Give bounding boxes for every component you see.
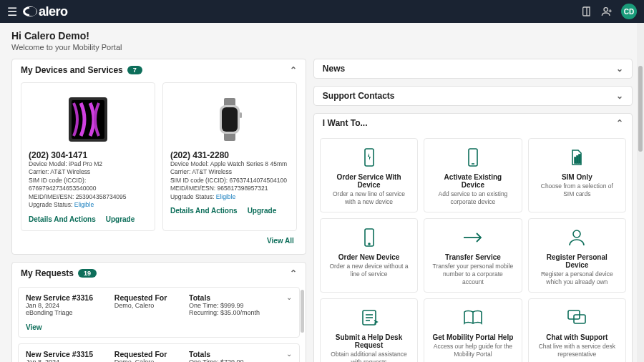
menu-icon[interactable]: ☰ [7, 5, 17, 19]
page-scrollbar-thumb[interactable] [638, 66, 643, 152]
request-status: eBonding Triage [26, 309, 110, 316]
logo-mark-icon [23, 6, 37, 16]
news-label: News [323, 64, 345, 74]
device-carrier: Carrier: AT&T Wireless [29, 168, 147, 176]
chat-icon [567, 309, 587, 326]
tile-title: Order Service With Device [328, 173, 410, 189]
device-carrier: Carrier: AT&T Wireless [170, 168, 289, 176]
device-model: Device Model: iPad Pro M2 [29, 160, 147, 168]
request-date: Jan 8, 2024 [26, 358, 110, 362]
tile-desc: Add service to an existing corporate dev… [431, 190, 514, 206]
upgrade-link[interactable]: Upgrade [248, 207, 277, 215]
tile-title: Get Mobility Portal Help [433, 333, 514, 341]
device-phone: (202) 431-2280 [170, 150, 289, 160]
totals-label: Totals [189, 350, 273, 358]
tile-activate-device[interactable]: Activate Existing Device Add service to … [424, 138, 522, 212]
totals-onetime: One Time: $729.00 [189, 358, 273, 362]
tile-desc: Transfer your personal mobile number to … [431, 263, 514, 286]
details-link[interactable]: Details And Actions [29, 215, 96, 223]
watch-icon [214, 98, 245, 141]
upgrade-link[interactable]: Upgrade [106, 215, 135, 223]
tile-order-service-device[interactable]: Order Service With Device Order a new li… [320, 138, 418, 212]
totals-label: Totals [189, 293, 273, 302]
tile-desc: Access our help guide for the Mobility P… [431, 343, 514, 358]
devices-panel: My Devices and Services 7 ⌃ [11, 59, 306, 255]
iwantto-panel: I Want To... ⌃ Order Service With Device… [313, 113, 633, 362]
news-panel: News ⌄ [313, 59, 633, 79]
request-title: New Service #3315 [26, 350, 110, 358]
book-icon[interactable] [581, 6, 592, 17]
chevron-down-icon[interactable]: ⌄ [278, 293, 292, 316]
page-scrollbar-track[interactable] [637, 23, 644, 362]
svg-rect-6 [222, 107, 238, 132]
details-link[interactable]: Details And Actions [170, 207, 238, 215]
user-add-icon[interactable] [601, 6, 613, 17]
greeting-subtitle: Welcome to your Mobility Portal [11, 43, 633, 52]
avatar[interactable]: CD [621, 4, 637, 19]
tile-title: Register Personal Device [536, 253, 618, 269]
svg-point-15 [369, 243, 370, 245]
logo[interactable]: alero [23, 4, 68, 19]
form-icon [360, 308, 379, 327]
tile-desc: Register a personal device which you alr… [536, 270, 618, 286]
device-imei: MEID/IMEI/ESN: 965817398957321 [170, 185, 289, 192]
totals-recurring: Recurring: $35.00/month [189, 309, 273, 316]
requests-scrollbar[interactable] [301, 290, 304, 333]
view-link[interactable]: View [26, 323, 42, 331]
tile-sim-only[interactable]: SIM Only Choose from a selection of SIM … [528, 138, 626, 212]
arrow-right-icon [462, 230, 484, 245]
chevron-down-icon: ⌄ [616, 64, 623, 74]
iwantto-header[interactable]: I Want To... ⌃ [314, 114, 632, 132]
device-model: Device Model: Apple Watch Series 8 45mm [170, 160, 289, 168]
tile-transfer-service[interactable]: Transfer Service Transfer your personal … [424, 218, 522, 293]
request-title: New Service #3316 [26, 293, 110, 302]
device-imei: MEID/IMEI/ESN: 253904358734095 [29, 193, 147, 201]
contacts-panel: Support Contacts ⌄ [313, 86, 633, 106]
tile-register-device[interactable]: Register Personal Device Register a pers… [528, 218, 626, 293]
device-card: (202) 304-1471 Device Model: iPad Pro M2… [21, 82, 155, 231]
tile-desc: Chat live with a service desk representa… [536, 343, 618, 358]
contacts-label: Support Contacts [323, 91, 395, 101]
news-header[interactable]: News ⌄ [314, 59, 632, 78]
chevron-down-icon[interactable]: ⌄ [278, 350, 292, 362]
tile-chat-support[interactable]: Chat with Support Chat live with a servi… [528, 298, 626, 362]
sim-icon [568, 147, 585, 167]
requests-panel: My Requests 19 ⌃ New Service #3316 Jan 8… [11, 262, 306, 362]
tile-helpdesk[interactable]: Submit a Help Desk Request Obtain additi… [320, 298, 418, 362]
request-card: New Service #3316 Jan 8, 2024 eBonding T… [18, 287, 300, 338]
device-upgrade-status: Upgrade Status: Eligible [170, 193, 289, 201]
greeting-title: Hi Calero Demo! [11, 30, 633, 41]
request-card: New Service #3315 Jan 8, 2024 Pending Ap… [18, 343, 300, 362]
greeting: Hi Calero Demo! Welcome to your Mobility… [11, 30, 633, 52]
device-sim: SIM ID code (ICCID): 6769794273465354000… [29, 177, 147, 193]
tile-portal-help[interactable]: Get Mobility Portal Help Access our help… [424, 298, 522, 362]
tile-title: Transfer Service [445, 253, 501, 261]
requests-header-label: My Requests [21, 268, 74, 278]
tile-title: Chat with Support [546, 333, 608, 341]
device-card: (202) 431-2280 Device Model: Apple Watch… [162, 82, 297, 231]
tile-title: Order New Device [338, 253, 400, 261]
chevron-down-icon: ⌄ [616, 91, 623, 101]
view-all-link[interactable]: View All [267, 237, 294, 245]
svg-point-17 [573, 230, 580, 238]
contacts-header[interactable]: Support Contacts ⌄ [314, 87, 632, 105]
tile-title: SIM Only [562, 173, 592, 181]
devices-header[interactable]: My Devices and Services 7 ⌃ [12, 59, 306, 81]
svg-rect-12 [577, 156, 578, 163]
svg-point-0 [604, 8, 608, 11]
requested-for: Demo, Calero [114, 358, 185, 362]
chevron-up-icon: ⌃ [290, 65, 297, 75]
requested-for: Demo, Calero [114, 302, 185, 309]
tile-order-device[interactable]: Order New Device Order a new device with… [320, 218, 418, 293]
svg-rect-7 [240, 112, 242, 118]
phone-icon [464, 147, 482, 167]
svg-rect-13 [579, 155, 580, 163]
ipad-icon [63, 94, 113, 145]
requests-header[interactable]: My Requests 19 ⌃ [12, 263, 306, 284]
requested-for-label: Requested For [114, 293, 185, 302]
tile-title: Activate Existing Device [431, 173, 514, 189]
devices-count-badge: 7 [127, 66, 142, 74]
tile-desc: Choose from a selection of SIM cards [536, 182, 618, 198]
chevron-up-icon: ⌃ [616, 118, 623, 128]
requested-for-label: Requested For [114, 350, 185, 358]
